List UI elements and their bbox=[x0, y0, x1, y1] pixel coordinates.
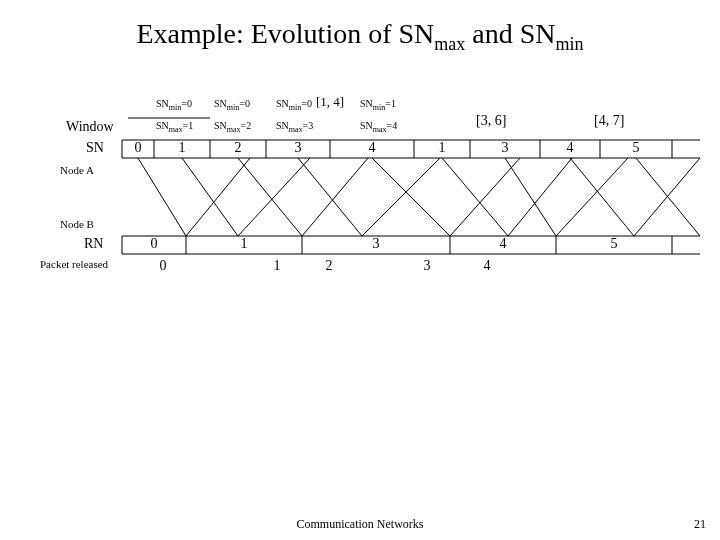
snmin-2: SNmin=0 bbox=[276, 98, 312, 112]
sn-label: SN bbox=[86, 140, 104, 156]
svg-line-30 bbox=[186, 158, 250, 236]
sn-cell: 3 bbox=[266, 140, 330, 156]
rn-cell: 4 bbox=[450, 236, 556, 252]
pr-cell: 2 bbox=[314, 258, 344, 274]
snmax-2: SNmax=3 bbox=[276, 120, 313, 134]
svg-line-28 bbox=[570, 158, 634, 236]
pr-cell: 1 bbox=[262, 258, 292, 274]
pr-cell: 4 bbox=[472, 258, 502, 274]
snmax-1: SNmax=2 bbox=[214, 120, 251, 134]
snmin-0: SNmin=0 bbox=[156, 98, 192, 112]
sn-cell: 2 bbox=[210, 140, 266, 156]
pr-cell: 3 bbox=[412, 258, 442, 274]
svg-line-34 bbox=[450, 158, 520, 236]
svg-line-21 bbox=[138, 158, 186, 236]
sn-cell: 4 bbox=[540, 140, 600, 156]
snmax-0: SNmax=1 bbox=[156, 120, 193, 134]
rn-cell: 1 bbox=[186, 236, 302, 252]
snmin-1: SNmin=0 bbox=[214, 98, 250, 112]
svg-line-32 bbox=[302, 158, 368, 236]
rn-cell: 0 bbox=[122, 236, 186, 252]
svg-line-33 bbox=[362, 158, 440, 236]
range-2: [4, 7] bbox=[594, 113, 624, 129]
svg-line-24 bbox=[298, 158, 362, 236]
svg-line-31 bbox=[238, 158, 310, 236]
window-label: Window bbox=[66, 119, 114, 135]
svg-line-22 bbox=[182, 158, 238, 236]
node-b-label: Node B bbox=[60, 218, 94, 230]
packet-released-label: Packet released bbox=[40, 258, 108, 270]
range-1: [3, 6] bbox=[476, 113, 506, 129]
pr-cell: 0 bbox=[148, 258, 178, 274]
svg-line-27 bbox=[505, 158, 556, 236]
svg-line-36 bbox=[556, 158, 628, 236]
footer-page-number: 21 bbox=[694, 517, 706, 532]
sn-cell: 3 bbox=[470, 140, 540, 156]
snmin-3: SNmin=1 bbox=[360, 98, 396, 112]
sn-cell: 0 bbox=[122, 140, 154, 156]
svg-line-25 bbox=[372, 158, 450, 236]
svg-line-26 bbox=[442, 158, 508, 236]
sn-cell: 1 bbox=[414, 140, 470, 156]
footer-center: Communication Networks bbox=[0, 517, 720, 532]
sn-cell: 5 bbox=[600, 140, 672, 156]
rn-cell: 3 bbox=[302, 236, 450, 252]
rn-cell: 5 bbox=[556, 236, 672, 252]
rn-label: RN bbox=[84, 236, 103, 252]
range-0: [1, 4] bbox=[316, 94, 344, 110]
svg-line-35 bbox=[508, 158, 572, 236]
diagram-svg bbox=[0, 0, 720, 540]
sn-cell: 1 bbox=[154, 140, 210, 156]
sn-cell: 4 bbox=[330, 140, 414, 156]
node-a-label: Node A bbox=[60, 164, 94, 176]
snmax-3: SNmax=4 bbox=[360, 120, 397, 134]
svg-line-23 bbox=[238, 158, 302, 236]
